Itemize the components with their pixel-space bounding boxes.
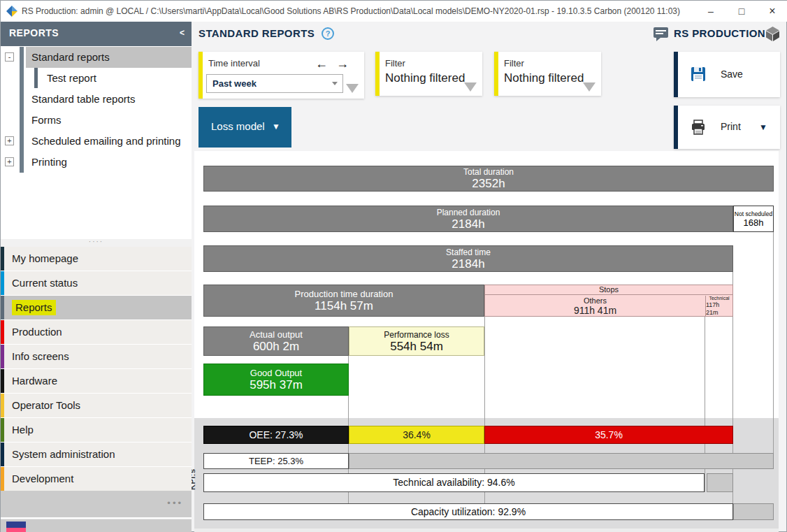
menu-item-label: Hardware — [12, 369, 57, 393]
bar-value: 1154h 57m — [315, 299, 373, 312]
bar-stops: Stops Others 911h 41m Technical 117h 21m — [484, 285, 733, 317]
sidebar-splitter-handle[interactable]: ···· — [1, 239, 192, 247]
sidebar-item-my-homepage[interactable]: My homepage — [1, 247, 192, 271]
bar-value: 2184h — [452, 257, 484, 271]
bar-value: 595h 37m — [250, 378, 303, 391]
window-title: RS Production: admin @ LOCAL / C:\Users\… — [22, 1, 680, 22]
sidebar-item-current-status[interactable]: Current status — [1, 271, 192, 295]
time-interval-expand-arrow-icon[interactable] — [346, 84, 359, 93]
bar-production-time: Production time duration 1154h 57m — [203, 285, 484, 317]
minimize-button[interactable]: – — [695, 1, 726, 22]
sidebar-item-help[interactable]: Help — [1, 418, 192, 442]
menu-color-strip — [1, 467, 4, 491]
card-accent-stripe — [674, 52, 678, 97]
menu-color-strip — [1, 418, 4, 442]
sidebar-footer: ••• — [1, 491, 192, 517]
sidebar-item-info-screens[interactable]: Info screens — [1, 345, 192, 368]
save-button[interactable]: Save — [674, 52, 780, 97]
tree-item-label: Standard table reports — [31, 89, 135, 110]
select-caret-icon — [332, 82, 338, 85]
kpi-teep: TEEP: 25.3% — [203, 453, 349, 469]
menu-color-strip — [1, 247, 4, 271]
bar-value: 600h 2m — [253, 340, 299, 353]
language-flag-icon[interactable] — [6, 522, 26, 532]
sidebar-collapse-icon[interactable]: < — [180, 28, 185, 38]
filter-card-2: Filter Nothing filtered — [494, 52, 601, 96]
sidebar-header-title: REPORTS — [9, 27, 59, 38]
filter-label: Filter — [504, 58, 524, 69]
bar-label: Total duration — [463, 167, 514, 177]
kpi-oee-performance-loss: 36.4% — [349, 426, 484, 444]
expand-expander-icon[interactable]: + — [5, 157, 14, 166]
sidebar-item-system-administration[interactable]: System administration — [1, 443, 192, 466]
help-icon[interactable]: ? — [322, 27, 334, 40]
time-interval-card: Time interval ← → Past week — [198, 52, 364, 99]
tree-item-standard-reports[interactable]: - Standard reports — [1, 47, 192, 68]
menu-item-label: Info screens — [12, 345, 69, 368]
menu-color-strip — [1, 443, 4, 466]
time-interval-value: Past week — [212, 78, 257, 89]
sidebar-item-hardware[interactable]: Hardware — [1, 369, 192, 393]
more-options-dots-icon[interactable]: ••• — [167, 498, 183, 508]
menu-item-label: Production — [12, 320, 62, 344]
menu-item-label: My homepage — [12, 247, 78, 271]
print-dropdown-arrow-icon: ▼ — [759, 122, 767, 132]
bar-label: Performance loss — [384, 330, 449, 340]
tree-item-scheduled-emailing[interactable]: + Scheduled emailing and printing — [1, 131, 192, 152]
save-button-label: Save — [721, 69, 743, 80]
sidebar-item-reports[interactable]: Reports — [1, 296, 192, 319]
bar-performance-loss: Performance loss 554h 54m — [349, 326, 484, 356]
kpi-capacity-utilization: Capacity utilization: 92.9% — [203, 503, 733, 520]
bar-planned-duration: Planned duration 2184h — [203, 206, 733, 232]
sidebar-item-development[interactable]: Development — [1, 467, 192, 491]
print-button-label: Print — [721, 121, 741, 132]
menu-color-strip — [1, 369, 4, 393]
tree-item-label: Scheduled emailing and printing — [31, 131, 180, 152]
previous-interval-arrow-icon[interactable]: ← — [315, 57, 328, 71]
next-interval-arrow-icon[interactable]: → — [336, 57, 349, 71]
page-title: STANDARD REPORTS — [198, 27, 315, 39]
sidebar: REPORTS < - Standard reports Test report… — [1, 22, 192, 532]
loss-model-button[interactable]: Loss model ▼ — [198, 107, 291, 148]
loss-model-dropdown-arrow-icon: ▼ — [272, 122, 280, 131]
time-interval-select[interactable]: Past week — [206, 74, 343, 93]
time-interval-label: Time interval — [208, 58, 260, 69]
guide-line — [773, 232, 774, 469]
sidebar-item-production[interactable]: Production — [1, 320, 192, 344]
card-accent-stripe — [494, 52, 498, 96]
bar-label: Others — [584, 296, 607, 305]
filter-value: Nothing filtered — [385, 71, 465, 85]
expand-expander-icon[interactable]: + — [5, 136, 14, 145]
menu-color-strip — [1, 271, 4, 295]
tree-item-standard-table-reports[interactable]: Standard table reports — [1, 89, 192, 110]
feedback-chat-icon[interactable] — [653, 27, 669, 42]
menu-item-label: Development — [12, 467, 73, 491]
bar-actual-output: Actual output 600h 2m — [203, 326, 349, 356]
card-accent-stripe — [375, 52, 380, 96]
menu-color-strip — [1, 345, 4, 368]
sidebar-item-operator-tools[interactable]: Operator Tools — [1, 394, 192, 417]
app-logo-icon — [6, 6, 17, 17]
close-button[interactable]: × — [757, 1, 787, 22]
kpi-oee: OEE: 27.3% — [203, 426, 349, 444]
tree-item-test-report[interactable]: Test report — [1, 68, 192, 89]
menu-color-strip — [1, 394, 4, 417]
window-titlebar: RS Production: admin @ LOCAL / C:\Users\… — [1, 1, 787, 22]
tree-item-forms[interactable]: Forms — [1, 110, 192, 131]
filter-value: Nothing filtered — [504, 71, 584, 85]
brand-logo-text: RS PRODUCTION — [674, 27, 765, 39]
kpi-oee-stop-loss: 35.7% — [484, 426, 733, 444]
sidebar-header: REPORTS < — [1, 22, 192, 46]
filter-expand-arrow-icon[interactable] — [464, 82, 477, 92]
loss-model-label: Loss model — [211, 120, 265, 132]
menu-color-strip — [1, 296, 4, 319]
filter-expand-arrow-icon[interactable] — [583, 82, 595, 92]
maximize-button[interactable]: □ — [726, 1, 757, 22]
card-accent-stripe — [198, 52, 203, 99]
tree-item-printing[interactable]: + Printing — [1, 152, 192, 173]
collapse-expander-icon[interactable]: - — [5, 52, 14, 62]
print-button[interactable]: Print ▼ — [674, 106, 780, 149]
print-printer-icon — [691, 120, 706, 135]
menu-color-strip — [1, 320, 4, 344]
kpi-teep-remainder — [349, 453, 774, 469]
